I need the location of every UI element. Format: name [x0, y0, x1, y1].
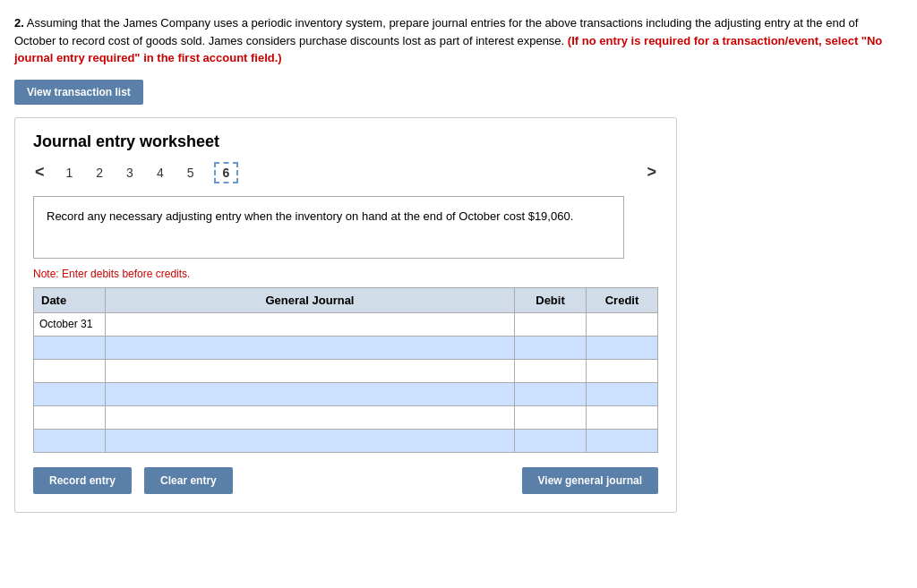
date-cell-1: October 31	[34, 312, 106, 336]
table-row	[34, 382, 658, 405]
credit-input-1[interactable]	[587, 313, 657, 336]
nav-page-2[interactable]: 2	[92, 164, 107, 182]
journal-input-5[interactable]	[106, 406, 514, 429]
journal-cell-1[interactable]	[106, 312, 515, 336]
debit-cell-2[interactable]	[515, 336, 587, 359]
bottom-buttons: Record entry Clear entry View general jo…	[33, 467, 658, 494]
credit-input-6[interactable]	[587, 430, 657, 452]
nav-page-6[interactable]: 6	[214, 162, 239, 183]
journal-cell-2[interactable]	[106, 336, 515, 359]
description-text: Record any necessary adjusting entry whe…	[47, 209, 573, 223]
debit-cell-1[interactable]	[515, 312, 587, 336]
credit-input-5[interactable]	[587, 406, 657, 429]
debit-cell-6[interactable]	[515, 429, 587, 452]
journal-cell-4[interactable]	[106, 382, 515, 405]
record-entry-button[interactable]: Record entry	[33, 467, 132, 494]
date-cell-5	[34, 405, 106, 429]
journal-cell-5[interactable]	[106, 405, 515, 429]
journal-table: Date General Journal Debit Credit Octobe…	[33, 287, 658, 453]
clear-entry-button[interactable]: Clear entry	[144, 467, 233, 494]
nav-page-4[interactable]: 4	[153, 164, 167, 182]
debit-input-5[interactable]	[515, 406, 586, 429]
description-box: Record any necessary adjusting entry whe…	[33, 196, 624, 259]
journal-input-2[interactable]	[106, 337, 514, 359]
credit-input-3[interactable]	[587, 360, 657, 382]
worksheet-container: Journal entry worksheet < 1 2 3 4 5 6 > …	[14, 117, 677, 513]
table-row	[34, 405, 658, 429]
view-general-journal-button[interactable]: View general journal	[522, 467, 658, 494]
date-cell-3	[34, 359, 106, 382]
journal-input-1[interactable]	[106, 313, 514, 336]
credit-cell-4[interactable]	[587, 382, 658, 405]
debit-input-3[interactable]	[515, 360, 586, 382]
date-cell-4	[34, 382, 106, 405]
nav-next-button[interactable]: >	[645, 163, 658, 182]
date-cell-6	[34, 429, 106, 452]
nav-row: < 1 2 3 4 5 6 >	[33, 162, 658, 183]
debit-input-6[interactable]	[515, 430, 586, 452]
credit-cell-5[interactable]	[587, 405, 658, 429]
journal-input-4[interactable]	[106, 383, 514, 405]
debit-input-2[interactable]	[515, 337, 586, 359]
journal-input-3[interactable]	[106, 360, 514, 382]
instruction-text: 2. Assuming that the James Company uses …	[14, 14, 892, 67]
nav-page-3[interactable]: 3	[123, 164, 137, 182]
journal-input-6[interactable]	[106, 430, 514, 452]
debit-cell-5[interactable]	[515, 405, 587, 429]
col-header-date: Date	[34, 287, 106, 312]
debit-input-1[interactable]	[515, 313, 586, 336]
credit-cell-2[interactable]	[587, 336, 658, 359]
credit-input-2[interactable]	[587, 337, 657, 359]
credit-cell-6[interactable]	[587, 429, 658, 452]
debit-cell-3[interactable]	[515, 359, 587, 382]
table-row	[34, 429, 658, 452]
journal-cell-3[interactable]	[106, 359, 515, 382]
date-cell-2	[34, 336, 106, 359]
worksheet-title: Journal entry worksheet	[33, 132, 658, 151]
col-header-credit: Credit	[587, 287, 658, 312]
nav-page-5[interactable]: 5	[184, 164, 198, 182]
table-row	[34, 336, 658, 359]
table-row	[34, 359, 658, 382]
table-row: October 31	[34, 312, 658, 336]
credit-input-4[interactable]	[587, 383, 657, 405]
col-header-journal: General Journal	[106, 287, 515, 312]
col-header-debit: Debit	[515, 287, 587, 312]
credit-cell-1[interactable]	[587, 312, 658, 336]
journal-cell-6[interactable]	[106, 429, 515, 452]
nav-prev-button[interactable]: <	[33, 163, 47, 182]
debit-input-4[interactable]	[515, 383, 586, 405]
credit-cell-3[interactable]	[587, 359, 658, 382]
debit-cell-4[interactable]	[515, 382, 587, 405]
note-text: Note: Enter debits before credits.	[33, 268, 658, 280]
nav-page-1[interactable]: 1	[63, 164, 77, 182]
view-transaction-button[interactable]: View transaction list	[14, 80, 143, 105]
instruction-number: 2.	[14, 16, 24, 30]
